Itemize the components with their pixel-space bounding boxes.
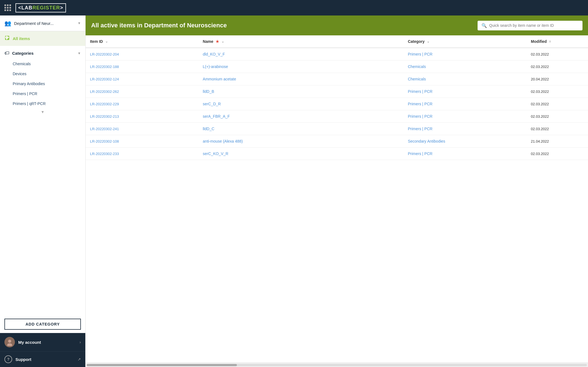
- table-row: LR-20220302-241 lldD_C Primers | PCR 02.…: [86, 123, 588, 135]
- cell-item-id[interactable]: LR-20220302-229: [86, 98, 198, 110]
- department-chevron-icon: ▼: [78, 21, 81, 25]
- cell-item-id[interactable]: LR-20220302-262: [86, 85, 198, 98]
- category-item-chemicals[interactable]: Chemicals: [0, 59, 85, 69]
- cell-modified: 02.03.2022: [526, 110, 588, 123]
- cell-item-id[interactable]: LR-20220302-204: [86, 48, 198, 61]
- main-content: All active items in Department of Neuros…: [86, 15, 588, 367]
- items-table-container: Item ID ⌄ Name ★ ⌄ Categ: [86, 35, 588, 363]
- scroll-indicator: ▼: [0, 109, 85, 115]
- table-row: LR-20220302-204 dld_KO_V_F Primers | PCR…: [86, 48, 588, 61]
- svg-point-1: [7, 343, 12, 346]
- svg-point-0: [8, 340, 11, 343]
- categories-icon: 🏷: [4, 50, 9, 56]
- app-logo[interactable]: <LAB REGISTER>: [15, 3, 66, 12]
- cell-name[interactable]: lldD_B: [198, 85, 404, 98]
- table-header-row: Item ID ⌄ Name ★ ⌄ Categ: [86, 35, 588, 48]
- sort-icon-category: ⌄: [427, 40, 430, 43]
- logo-lab: LAB: [22, 5, 33, 11]
- support-label: Support: [15, 357, 74, 362]
- logo-bracket-left: <: [18, 5, 22, 11]
- sort-icon-item-id: ⌄: [105, 40, 108, 43]
- sidebar-bottom: My account › ? Support ↗: [0, 333, 85, 367]
- items-table: Item ID ⌄ Name ★ ⌄ Categ: [86, 35, 588, 160]
- table-row: LR-20220302-188 L(+)-arabinose Chemicals…: [86, 61, 588, 73]
- support-row[interactable]: ? Support ↗: [0, 352, 85, 367]
- column-header-modified[interactable]: Modified ≡: [526, 35, 588, 48]
- categories-label: Categories: [12, 51, 75, 56]
- my-account-label: My account: [18, 340, 76, 345]
- cell-name[interactable]: lldD_C: [198, 123, 404, 135]
- cell-item-id[interactable]: LR-20220302-241: [86, 123, 198, 135]
- all-items-nav[interactable]: All items: [0, 31, 85, 46]
- support-icon: ?: [4, 355, 12, 363]
- scrollbar-track: [87, 364, 587, 366]
- external-link-icon: ↗: [78, 357, 81, 361]
- cell-name[interactable]: serA_FBR_A_F: [198, 110, 404, 123]
- search-box[interactable]: 🔍: [478, 21, 582, 30]
- categories-header[interactable]: 🏷 Categories ▼: [0, 46, 85, 59]
- category-item-primary-antibodies[interactable]: Primary Antibodies: [0, 79, 85, 89]
- cell-name[interactable]: serC_D_R: [198, 98, 404, 110]
- table-row: LR-20220302-262 lldD_B Primers | PCR 02.…: [86, 85, 588, 98]
- cell-item-id[interactable]: LR-20220302-124: [86, 73, 198, 85]
- categories-chevron-icon: ▼: [78, 51, 81, 55]
- cell-modified: 02.03.2022: [526, 85, 588, 98]
- avatar: [4, 337, 15, 347]
- main-header: All active items in Department of Neuros…: [86, 15, 588, 35]
- sidebar: 👥 Department of Neur... ▼ All items 🏷 Ca…: [0, 15, 86, 367]
- required-star: ★: [216, 39, 219, 44]
- apps-grid-icon[interactable]: [4, 4, 11, 11]
- add-category-button[interactable]: ADD CATEGORY: [4, 319, 81, 330]
- category-item-primers-qrt-pcr[interactable]: Primers | qRT-PCR: [0, 99, 85, 109]
- horizontal-scrollbar[interactable]: [86, 363, 588, 367]
- all-items-label: All items: [13, 36, 30, 41]
- column-header-category[interactable]: Category ⌄: [403, 35, 526, 48]
- cell-category[interactable]: Chemicals: [403, 73, 526, 85]
- main-layout: 👥 Department of Neur... ▼ All items 🏷 Ca…: [0, 15, 588, 367]
- cell-name[interactable]: anti-mouse (Alexa 488): [198, 135, 404, 148]
- search-input[interactable]: [489, 23, 579, 28]
- cell-modified: 02.03.2022: [526, 123, 588, 135]
- sort-icon-name: ⌄: [221, 40, 224, 43]
- column-header-name[interactable]: Name ★ ⌄: [198, 35, 404, 48]
- category-list: Chemicals Devices Primary Antibodies Pri…: [0, 59, 85, 315]
- cell-category[interactable]: Primers | PCR: [403, 85, 526, 98]
- cell-modified: 02.03.2022: [526, 98, 588, 110]
- logo-bracket-right: >: [60, 5, 63, 11]
- department-selector[interactable]: 👥 Department of Neur... ▼: [0, 15, 85, 31]
- cell-modified: 02.03.2022: [526, 48, 588, 61]
- table-row: LR-20220302-124 Ammonium acetate Chemica…: [86, 73, 588, 85]
- cell-item-id[interactable]: LR-20220302-108: [86, 135, 198, 148]
- column-header-item-id[interactable]: Item ID ⌄: [86, 35, 198, 48]
- cell-modified: 21.04.2022: [526, 135, 588, 148]
- table-row: LR-20220302-233 serC_KO_V_R Primers | PC…: [86, 148, 588, 160]
- page-title: All active items in Department of Neuros…: [91, 22, 472, 29]
- cell-name[interactable]: serC_KO_V_R: [198, 148, 404, 160]
- cell-name[interactable]: Ammonium acetate: [198, 73, 404, 85]
- search-icon: 🔍: [481, 23, 487, 28]
- cell-item-id[interactable]: LR-20220302-188: [86, 61, 198, 73]
- cell-category[interactable]: Primers | PCR: [403, 148, 526, 160]
- cell-name[interactable]: L(+)-arabinose: [198, 61, 404, 73]
- cell-name[interactable]: dld_KO_V_F: [198, 48, 404, 61]
- category-item-devices[interactable]: Devices: [0, 69, 85, 79]
- cell-item-id[interactable]: LR-20220302-233: [86, 148, 198, 160]
- table-row: LR-20220302-108 anti-mouse (Alexa 488) S…: [86, 135, 588, 148]
- top-navigation: <LAB REGISTER>: [0, 0, 588, 15]
- my-account-arrow-icon: ›: [80, 340, 81, 344]
- table-body: LR-20220302-204 dld_KO_V_F Primers | PCR…: [86, 48, 588, 160]
- department-name: Department of Neur...: [14, 21, 75, 26]
- cell-category[interactable]: Primers | PCR: [403, 48, 526, 61]
- table-row: LR-20220302-213 serA_FBR_A_F Primers | P…: [86, 110, 588, 123]
- cell-category[interactable]: Secondary Antibodies: [403, 135, 526, 148]
- my-account-row[interactable]: My account ›: [0, 333, 85, 352]
- cell-category[interactable]: Primers | PCR: [403, 98, 526, 110]
- cell-category[interactable]: Chemicals: [403, 61, 526, 73]
- department-icon: 👥: [4, 20, 11, 27]
- cell-category[interactable]: Primers | PCR: [403, 123, 526, 135]
- category-item-primers-pcr[interactable]: Primers | PCR: [0, 89, 85, 99]
- table-row: LR-20220302-229 serC_D_R Primers | PCR 0…: [86, 98, 588, 110]
- cell-category[interactable]: Primers | PCR: [403, 110, 526, 123]
- logo-register: REGISTER: [33, 5, 60, 11]
- cell-item-id[interactable]: LR-20220302-213: [86, 110, 198, 123]
